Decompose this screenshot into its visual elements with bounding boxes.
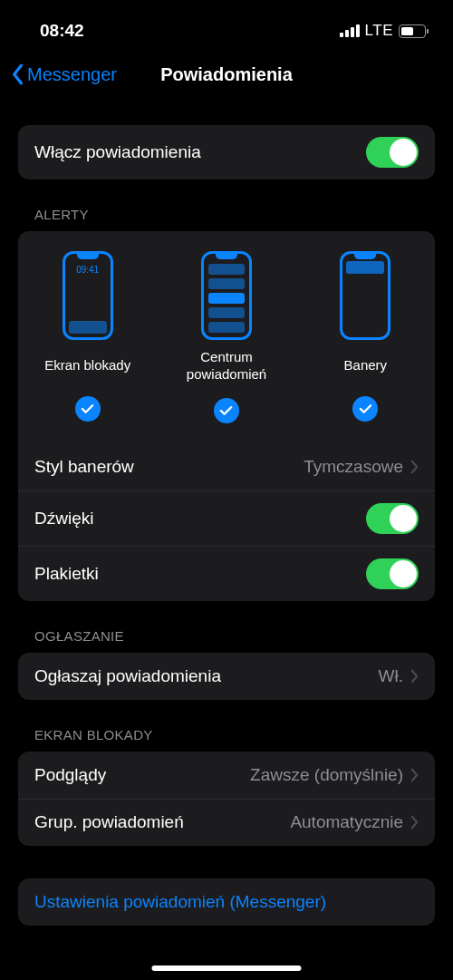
battery-icon (399, 24, 426, 38)
badges-row: Plakietki (18, 546, 435, 601)
checkmark-icon (352, 396, 378, 422)
home-indicator[interactable] (152, 965, 302, 971)
network-type: LTE (365, 22, 393, 40)
sounds-row: Dźwięki (18, 490, 435, 546)
enable-group: Włącz powiadomienia (18, 125, 435, 180)
status-time: 08:42 (40, 21, 84, 41)
page-title: Powiadomienia (160, 64, 293, 85)
enable-label: Włącz powiadomienia (34, 142, 201, 162)
lock-screen-preview-icon: 09:41 (63, 251, 113, 340)
alert-style-lock-screen[interactable]: 09:41 Ekran blokady (23, 251, 152, 434)
enable-notifications-toggle[interactable] (366, 137, 419, 168)
app-settings-group: Ustawienia powiadomień (Messenger) (18, 878, 435, 926)
banner-style-row[interactable]: Styl banerów Tymczasowe (18, 443, 435, 490)
alerts-group: 09:41 Ekran blokady Centrum powiadomień (18, 231, 435, 601)
chevron-right-icon (410, 815, 419, 830)
row-label: Podglądy (34, 765, 106, 785)
banner-preview-icon (340, 251, 390, 340)
row-value: Zawsze (domyślnie) (250, 765, 403, 785)
section-alerts-header: Alerty (18, 180, 435, 231)
status-indicators: LTE (340, 22, 426, 40)
row-value: Tymczasowe (304, 457, 403, 477)
announce-group: Ogłaszaj powiadomienia Wł. (18, 653, 435, 700)
row-label: Plakietki (34, 564, 99, 584)
row-label: Styl banerów (34, 457, 134, 477)
chevron-right-icon (410, 768, 419, 782)
chevron-right-icon (410, 669, 419, 684)
alert-style-banners[interactable]: Banery (301, 251, 430, 434)
row-label: Grup. powiadomień (34, 812, 184, 832)
previews-row[interactable]: Podglądy Zawsze (domyślnie) (18, 752, 435, 799)
section-announce-header: Ogłaszanie (18, 601, 435, 653)
row-value: Wł. (379, 666, 403, 686)
alert-style-label: Ekran blokady (44, 349, 130, 382)
status-bar: 08:42 LTE (0, 0, 453, 49)
alert-style-label: Banery (344, 349, 388, 382)
back-label: Messenger (27, 64, 117, 85)
checkmark-icon (75, 396, 101, 422)
back-button[interactable]: Messenger (11, 63, 117, 85)
chevron-right-icon (410, 460, 419, 474)
announce-row[interactable]: Ogłaszaj powiadomienia Wł. (18, 653, 435, 700)
row-label: Ogłaszaj powiadomienia (34, 666, 221, 686)
navigation-bar: Messenger Powiadomienia (0, 49, 453, 100)
app-notification-settings-link[interactable]: Ustawienia powiadomień (Messenger) (18, 878, 435, 926)
checkmark-icon (214, 398, 239, 423)
chevron-left-icon (11, 63, 24, 85)
row-value: Automatycznie (290, 812, 403, 832)
grouping-row[interactable]: Grup. powiadomień Automatycznie (18, 799, 435, 846)
sounds-toggle[interactable] (366, 503, 419, 534)
notification-center-preview-icon (201, 251, 252, 340)
lockscreen-group: Podglądy Zawsze (domyślnie) Grup. powiad… (18, 752, 435, 846)
cellular-signal-icon (340, 24, 360, 37)
section-lockscreen-header: Ekran blokady (18, 700, 435, 752)
badges-toggle[interactable] (366, 558, 419, 589)
alert-style-picker: 09:41 Ekran blokady Centrum powiadomień (18, 231, 435, 443)
alert-style-notification-center[interactable]: Centrum powiadomień (161, 251, 291, 434)
row-label: Dźwięki (34, 509, 93, 529)
enable-notifications-row: Włącz powiadomienia (18, 125, 435, 180)
alert-style-label: Centrum powiadomień (161, 349, 291, 383)
